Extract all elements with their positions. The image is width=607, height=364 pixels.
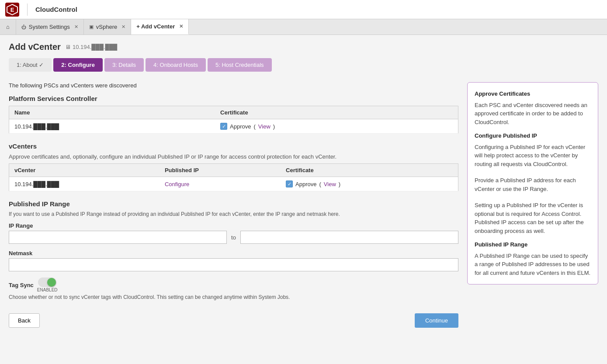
top-bar: E CloudControl bbox=[0, 0, 607, 19]
toggle-wrapper: ENABLED bbox=[37, 277, 58, 292]
logo-area: E CloudControl bbox=[5, 3, 77, 17]
help-content-ip-range: A Published IP Range can be used to spec… bbox=[475, 252, 591, 277]
bottom-buttons: Back Continue bbox=[9, 313, 458, 328]
tab-vsphere-label: vSphere bbox=[96, 24, 117, 30]
tag-sync-row: Tag Sync ENABLED bbox=[9, 277, 458, 292]
entrust-logo: E bbox=[5, 3, 19, 17]
back-button[interactable]: Back bbox=[9, 313, 40, 328]
page-title: Add vCenter bbox=[9, 42, 61, 52]
paren-close: ) bbox=[339, 181, 340, 187]
table-row: 10.194.███.███ Configure ✓ Approve (View… bbox=[9, 177, 458, 191]
step-onboard-hosts[interactable]: 4: Onboard Hosts bbox=[146, 58, 206, 72]
page-title-row: Add vCenter 🖥 10.194.███.███ bbox=[9, 42, 598, 52]
help-title-approve: Approve Certificates bbox=[475, 90, 591, 98]
ip-range-to-input[interactable] bbox=[240, 231, 458, 244]
step-host-credentials[interactable]: 5: Host Credentials bbox=[208, 58, 272, 72]
step-details[interactable]: 3: Details bbox=[104, 58, 144, 72]
psc-row-name: 10.194.███.███ bbox=[9, 119, 215, 134]
monitor-icon: 🖥 bbox=[65, 44, 71, 50]
psc-col-certificate: Certificate bbox=[215, 106, 458, 119]
vcenter-section: vCenters Approve certificates and, optio… bbox=[9, 142, 458, 191]
help-content-published-ip-2: Provide a Published IP address for each … bbox=[475, 176, 591, 193]
tab-add-vcenter-label: + Add vCenter bbox=[136, 23, 175, 30]
vcenter-row-published-ip: Configure bbox=[160, 177, 281, 191]
step-about[interactable]: 1: About ✓ bbox=[9, 58, 52, 72]
ip-address: 10.194.███.███ bbox=[73, 44, 117, 50]
vcenter-certificate-checkbox[interactable]: ✓ bbox=[286, 180, 293, 187]
tag-sync-section: Tag Sync ENABLED Choose whether or not t… bbox=[9, 277, 458, 300]
vsphere-icon: ▣ bbox=[89, 24, 94, 30]
help-content-published-ip-3: Setting up a Published IP for the vCente… bbox=[475, 201, 591, 235]
vcenter-section-desc: Approve certificates and, optionally, co… bbox=[9, 153, 458, 160]
ip-range-group: IP Range to bbox=[9, 222, 458, 244]
certificate-checkbox[interactable]: ✓ bbox=[220, 123, 227, 130]
tab-system-settings-label: System Settings bbox=[29, 24, 70, 30]
tab-system-settings-close[interactable]: ✕ bbox=[74, 24, 78, 30]
vcenter-section-title: vCenters bbox=[9, 142, 458, 150]
tab-add-vcenter[interactable]: + Add vCenter ✕ bbox=[131, 19, 189, 35]
help-content-approve: Each PSC and vCenter discovered needs an… bbox=[475, 101, 591, 127]
paren-close: ) bbox=[273, 123, 275, 130]
brand-divider bbox=[27, 3, 28, 16]
published-ip-desc: If you want to use a Published IP Range … bbox=[9, 211, 458, 217]
home-icon: ⌂ bbox=[6, 24, 10, 30]
published-ip-title: Published IP Range bbox=[9, 200, 458, 208]
tag-sync-toggle[interactable] bbox=[38, 277, 56, 287]
help-title-published-ip: Configure Published IP bbox=[475, 132, 591, 140]
content-area: The following PSCs and vCenters were dis… bbox=[9, 82, 458, 328]
brand-name: CloudControl bbox=[35, 6, 77, 13]
ip-badge: 🖥 10.194.███.███ bbox=[65, 44, 117, 50]
view-link[interactable]: View bbox=[258, 123, 271, 130]
help-panel: Approve Certificates Each PSC and vCente… bbox=[467, 82, 598, 284]
toggle-state: ENABLED bbox=[37, 288, 58, 292]
svg-text:E: E bbox=[10, 7, 14, 13]
paren-open: ( bbox=[319, 181, 321, 187]
ip-range-label: IP Range bbox=[9, 222, 458, 229]
tab-home[interactable]: ⌂ bbox=[0, 19, 16, 35]
ip-range-from-input[interactable] bbox=[9, 231, 227, 244]
steps-bar: 1: About ✓ 2: Configure 3: Details 4: On… bbox=[9, 58, 598, 72]
table-row: 10.194.███.███ ✓ Approve (View) bbox=[9, 119, 458, 134]
tag-sync-label: Tag Sync bbox=[9, 282, 34, 288]
page-container: Add vCenter 🖥 10.194.███.███ 1: About ✓ … bbox=[0, 35, 607, 364]
approve-label: Approve bbox=[230, 123, 251, 130]
toggle-knob bbox=[47, 278, 56, 287]
discovery-note: The following PSCs and vCenters were dis… bbox=[9, 82, 458, 89]
netmask-input[interactable] bbox=[9, 258, 458, 271]
tab-system-settings[interactable]: ⏻ System Settings ✕ bbox=[16, 19, 84, 35]
vcenter-approve-label: Approve bbox=[295, 181, 316, 187]
netmask-label: Netmask bbox=[9, 250, 458, 257]
published-ip-section: Published IP Range If you want to use a … bbox=[9, 200, 458, 271]
certificate-cell: ✓ Approve (View) bbox=[220, 123, 453, 130]
vcenter-col-vcenter: vCenter bbox=[9, 164, 160, 177]
ip-range-row: to bbox=[9, 231, 458, 244]
psc-col-name: Name bbox=[9, 106, 215, 119]
vcenter-col-published-ip: Published IP bbox=[160, 164, 281, 177]
to-label: to bbox=[231, 234, 236, 241]
vcenter-row-name: 10.194.███.███ bbox=[9, 177, 160, 191]
netmask-group: Netmask bbox=[9, 250, 458, 271]
help-content-published-ip-1: Configuring a Published IP for each vCen… bbox=[475, 143, 591, 169]
step-configure[interactable]: 2: Configure bbox=[53, 58, 103, 72]
psc-row-certificate: ✓ Approve (View) bbox=[215, 119, 458, 134]
continue-button[interactable]: Continue bbox=[415, 313, 458, 328]
help-title-ip-range: Published IP Range bbox=[475, 240, 591, 249]
vcenter-certificate-cell: ✓ Approve (View) bbox=[286, 180, 453, 187]
vcenter-row-certificate: ✓ Approve (View) bbox=[281, 177, 458, 191]
configure-link[interactable]: Configure bbox=[165, 181, 189, 187]
power-icon: ⏻ bbox=[21, 24, 26, 30]
psc-section: Platform Services Controller Name Certif… bbox=[9, 95, 458, 134]
tab-vsphere[interactable]: ▣ vSphere ✕ bbox=[84, 19, 131, 35]
tab-bar: ⌂ ⏻ System Settings ✕ ▣ vSphere ✕ + Add … bbox=[0, 19, 607, 35]
tab-add-vcenter-close[interactable]: ✕ bbox=[179, 24, 183, 29]
vcenter-view-link[interactable]: View bbox=[324, 181, 336, 187]
psc-section-title: Platform Services Controller bbox=[9, 95, 458, 102]
vcenter-col-certificate: Certificate bbox=[281, 164, 458, 177]
paren-open: ( bbox=[253, 123, 255, 130]
tag-sync-desc: Choose whether or not to sync vCenter ta… bbox=[9, 294, 458, 300]
main-layout: The following PSCs and vCenters were dis… bbox=[9, 82, 598, 328]
psc-table: Name Certificate 10.194.███.███ ✓ Approv… bbox=[9, 106, 458, 134]
tab-vsphere-close[interactable]: ✕ bbox=[121, 24, 125, 30]
vcenter-table: vCenter Published IP Certificate 10.194.… bbox=[9, 163, 458, 191]
